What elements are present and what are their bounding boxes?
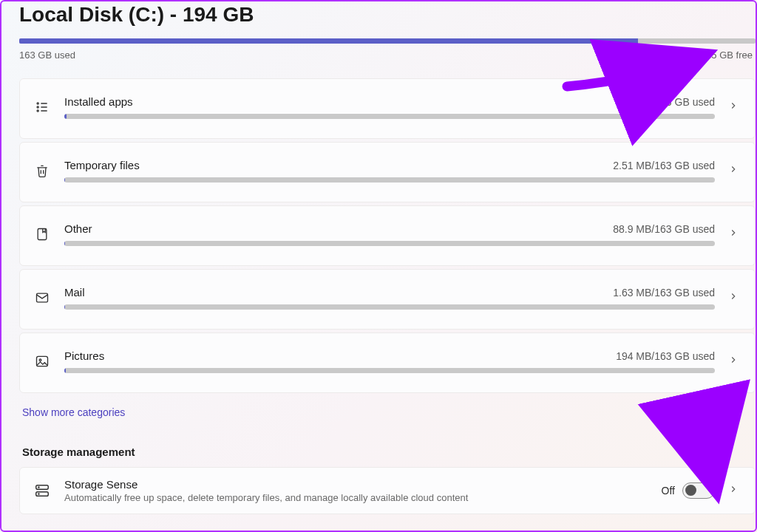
trash-icon	[33, 162, 51, 180]
image-icon	[33, 352, 51, 370]
svg-point-11	[39, 359, 41, 361]
svg-point-2	[37, 110, 38, 112]
category-title: Other	[64, 222, 92, 235]
chevron-right-icon	[728, 484, 741, 497]
category-title: Temporary files	[64, 159, 140, 171]
show-more-categories-link[interactable]: Show more categories	[22, 406, 125, 418]
svg-rect-9	[37, 293, 48, 302]
category-bar	[64, 177, 715, 183]
category-row[interactable]: Mail1.63 MB/163 GB used	[19, 269, 756, 330]
chevron-right-icon	[728, 100, 741, 114]
page-title: Local Disk (C:) - 194 GB	[19, 3, 756, 27]
storage-sense-state: Off	[662, 485, 675, 497]
storage-management-heading: Storage management	[22, 446, 756, 458]
category-usage: 1.63 MB/163 GB used	[613, 287, 715, 299]
category-row[interactable]: Installed apps321 MB/163 GB used	[19, 78, 756, 139]
category-row[interactable]: Pictures194 MB/163 GB used	[19, 332, 756, 393]
storage-sense-title: Storage Sense	[64, 478, 648, 491]
category-row[interactable]: Temporary files2.51 MB/163 GB used	[19, 142, 756, 202]
chevron-right-icon	[728, 291, 741, 304]
category-bar	[64, 304, 715, 310]
chevron-right-icon	[728, 164, 741, 177]
storage-sense-row[interactable]: Storage Sense Automatically free up spac…	[19, 467, 756, 514]
storage-sense-icon	[33, 482, 51, 499]
category-usage: 88.9 MB/163 GB used	[613, 223, 715, 235]
svg-point-14	[38, 487, 39, 488]
category-title: Pictures	[64, 349, 104, 362]
category-usage: 2.51 MB/163 GB used	[613, 160, 715, 171]
mail-icon	[33, 289, 51, 307]
svg-point-15	[38, 494, 39, 494]
other-icon	[33, 225, 51, 243]
svg-point-0	[37, 103, 38, 104]
disk-usage-bar: 163 GB used 31.5 GB free	[19, 38, 756, 61]
category-title: Mail	[64, 286, 85, 299]
disk-free-label: 31.5 GB free	[698, 50, 753, 61]
chevron-right-icon	[728, 355, 741, 368]
storage-sense-toggle[interactable]	[682, 482, 715, 499]
svg-point-1	[37, 106, 38, 108]
category-bar	[64, 114, 715, 119]
apps-icon	[33, 98, 51, 116]
category-row[interactable]: Other88.9 MB/163 GB used	[19, 205, 756, 266]
category-bar	[64, 241, 715, 246]
disk-used-label: 163 GB used	[19, 50, 75, 61]
svg-rect-10	[37, 356, 48, 366]
category-bar	[64, 368, 715, 373]
category-usage: 194 MB/163 GB used	[616, 350, 715, 362]
category-title: Installed apps	[64, 95, 133, 108]
storage-sense-desc: Automatically free up space, delete temp…	[64, 492, 648, 503]
chevron-right-icon	[728, 228, 741, 241]
category-usage: 321 MB/163 GB used	[616, 96, 715, 108]
